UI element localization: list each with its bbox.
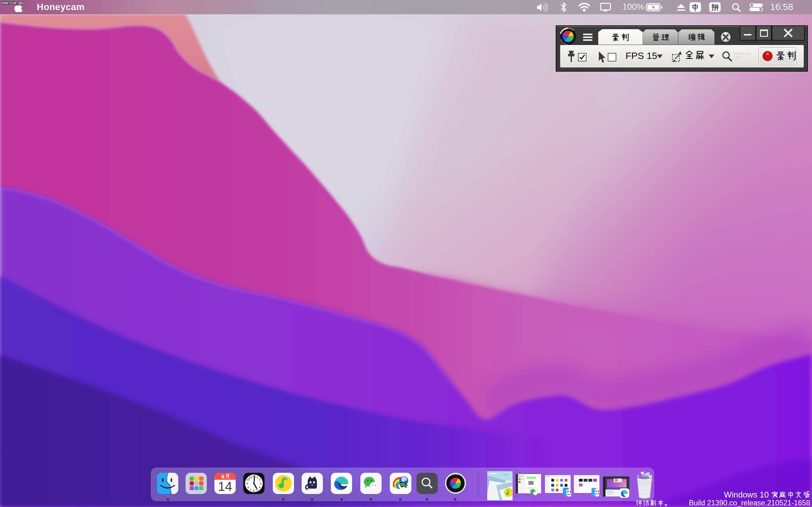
svg-text:9: 9: [247, 482, 248, 485]
svg-text:12: 12: [252, 474, 256, 478]
svg-text:8: 8: [247, 486, 249, 489]
svg-text:3: 3: [260, 482, 261, 485]
svg-text:6: 6: [253, 489, 255, 493]
svg-text:4: 4: [259, 486, 260, 489]
svg-text:7: 7: [250, 488, 251, 492]
svg-text:1: 1: [256, 475, 258, 479]
svg-text:14: 14: [218, 480, 232, 493]
svg-text:6: 6: [221, 474, 224, 480]
svg-text:11: 11: [249, 475, 252, 479]
svg-text:2: 2: [259, 477, 260, 481]
